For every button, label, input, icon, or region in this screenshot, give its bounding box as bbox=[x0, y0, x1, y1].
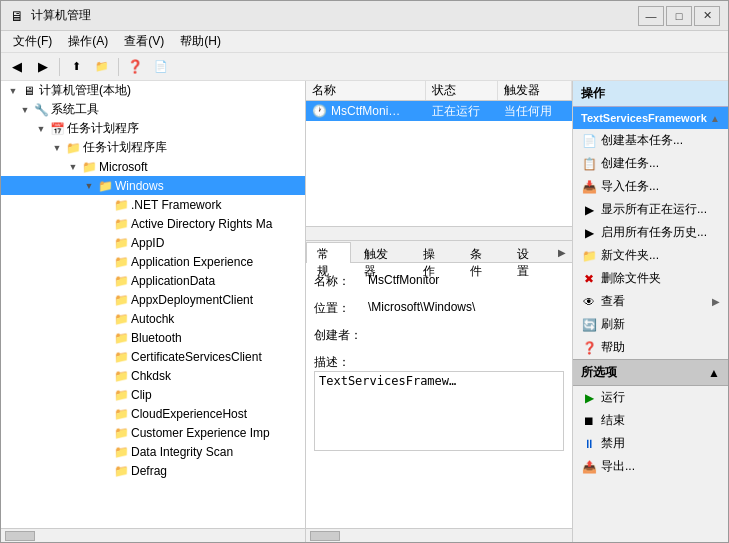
action-view[interactable]: 👁 查看 ▶ bbox=[573, 290, 728, 313]
close-button[interactable]: ✕ bbox=[694, 6, 720, 26]
action-help[interactable]: ❓ 帮助 bbox=[573, 336, 728, 359]
menu-help[interactable]: 帮助(H) bbox=[172, 31, 229, 52]
main-content: ▼ 🖥 计算机管理(本地) ▼ 🔧 系统工具 ▼ 📅 任务计划程序 bbox=[1, 81, 728, 542]
window-controls: — □ ✕ bbox=[638, 6, 720, 26]
tab-conditions[interactable]: 条件 bbox=[459, 242, 504, 263]
action-run[interactable]: ▶ 运行 bbox=[573, 386, 728, 409]
view-arrow: ▶ bbox=[712, 296, 720, 307]
tree-label: AppID bbox=[131, 236, 164, 250]
tree-item-appid[interactable]: 📁 AppID bbox=[1, 233, 305, 252]
tab-triggers[interactable]: 触发器 bbox=[353, 242, 410, 263]
list-h-scrollbar[interactable] bbox=[306, 226, 572, 240]
expand-icon[interactable]: ▼ bbox=[81, 176, 97, 195]
tab-general[interactable]: 常规 bbox=[306, 242, 351, 263]
right-panel: 操作 TextServicesFramework ▲ 📄 创建基本任务... 📋… bbox=[573, 81, 728, 542]
tree-item-bluetooth[interactable]: 📁 Bluetooth bbox=[1, 328, 305, 347]
col-header-status[interactable]: 状态 bbox=[426, 81, 498, 100]
tree-item-datainteg[interactable]: 📁 Data Integrity Scan bbox=[1, 442, 305, 461]
detail-h-scroll-thumb[interactable] bbox=[310, 531, 340, 541]
expand-icon[interactable]: ▼ bbox=[49, 138, 65, 157]
tree-label: ApplicationData bbox=[131, 274, 215, 288]
menu-action[interactable]: 操作(A) bbox=[60, 31, 116, 52]
toolbar-doc[interactable]: 📄 bbox=[149, 56, 173, 78]
tree-item-cloudexp[interactable]: 📁 CloudExperienceHost bbox=[1, 404, 305, 423]
tree-icon: 📁 bbox=[65, 140, 81, 156]
expand-icon[interactable]: ▼ bbox=[33, 119, 49, 138]
list-row[interactable]: 🕐 MsCtfMoni… 正在运行 当任何用 bbox=[306, 101, 572, 121]
action-refresh[interactable]: 🔄 刷新 bbox=[573, 313, 728, 336]
tree-item-microsoft[interactable]: ▼ 📁 Microsoft bbox=[1, 157, 305, 176]
tree-item-appxdeploy[interactable]: 📁 AppxDeploymentClient bbox=[1, 290, 305, 309]
toolbar-forward[interactable]: ▶ bbox=[31, 56, 55, 78]
tree-icon: 📁 bbox=[81, 159, 97, 175]
col-header-trigger[interactable]: 触发器 bbox=[498, 81, 572, 100]
name-value: MsCtfMonitor bbox=[364, 271, 564, 289]
action-item-top[interactable]: TextServicesFramework ▲ bbox=[573, 107, 728, 129]
tree-item-adrights[interactable]: 📁 Active Directory Rights Ma bbox=[1, 214, 305, 233]
tree-icon: 📁 bbox=[113, 368, 129, 384]
tree-item-taskschedlibrary[interactable]: ▼ 📁 任务计划程序库 bbox=[1, 138, 305, 157]
action-export[interactable]: 📤 导出... bbox=[573, 455, 728, 478]
delete-folder-icon: ✖ bbox=[581, 271, 597, 287]
tree-item-chkdsk[interactable]: 📁 Chkdsk bbox=[1, 366, 305, 385]
tree-icon: 📁 bbox=[113, 387, 129, 403]
h-scroll-thumb[interactable] bbox=[5, 531, 35, 541]
action-import-task[interactable]: 📥 导入任务... bbox=[573, 175, 728, 198]
tree-item-appexp[interactable]: 📁 Application Experience bbox=[1, 252, 305, 271]
tree-icon: 📁 bbox=[113, 444, 129, 460]
tree-label: Windows bbox=[115, 179, 164, 193]
tree-label: 系统工具 bbox=[51, 101, 99, 118]
tree-icon: 🔧 bbox=[33, 102, 49, 118]
tree-item-netframework[interactable]: 📁 .NET Framework bbox=[1, 195, 305, 214]
tree-icon: 📁 bbox=[113, 406, 129, 422]
tree-h-scrollbar[interactable] bbox=[1, 528, 305, 542]
minimize-button[interactable]: — bbox=[638, 6, 664, 26]
action-end[interactable]: ⏹ 结束 bbox=[573, 409, 728, 432]
col-header-name[interactable]: 名称 bbox=[306, 81, 426, 100]
tab-actions[interactable]: 操作 bbox=[412, 242, 457, 263]
menu-bar: 文件(F) 操作(A) 查看(V) 帮助(H) bbox=[1, 31, 728, 53]
tab-settings[interactable]: 设置 bbox=[506, 242, 551, 263]
maximize-button[interactable]: □ bbox=[666, 6, 692, 26]
action-show-running[interactable]: ▶ 显示所有正在运行... bbox=[573, 198, 728, 221]
tree-item-appdata[interactable]: 📁 ApplicationData bbox=[1, 271, 305, 290]
menu-view[interactable]: 查看(V) bbox=[116, 31, 172, 52]
tree-item-taskscheduler[interactable]: ▼ 📅 任务计划程序 bbox=[1, 119, 305, 138]
tree-item-systemtools[interactable]: ▼ 🔧 系统工具 bbox=[1, 100, 305, 119]
action-new-folder[interactable]: 📁 新文件夹... bbox=[573, 244, 728, 267]
action-disable[interactable]: ⏸ 禁用 bbox=[573, 432, 728, 455]
detail-h-scrollbar[interactable] bbox=[306, 528, 572, 542]
tree-item-windows[interactable]: ▼ 📁 Windows bbox=[1, 176, 305, 195]
tree-item-certclient[interactable]: 📁 CertificateServicesClient bbox=[1, 347, 305, 366]
expand-icon[interactable]: ▼ bbox=[5, 81, 21, 100]
left-panel: ▼ 🖥 计算机管理(本地) ▼ 🔧 系统工具 ▼ 📅 任务计划程序 bbox=[1, 81, 306, 542]
action-create-task[interactable]: 📋 创建任务... bbox=[573, 152, 728, 175]
expand-icon[interactable]: ▼ bbox=[17, 100, 33, 119]
menu-file[interactable]: 文件(F) bbox=[5, 31, 60, 52]
tree-icon: 📁 bbox=[113, 311, 129, 327]
tree-icon: 📁 bbox=[97, 178, 113, 194]
tree-item-customerexp[interactable]: 📁 Customer Experience Imp bbox=[1, 423, 305, 442]
tree-item-defrag[interactable]: 📁 Defrag bbox=[1, 461, 305, 480]
expand-icon[interactable]: ▼ bbox=[65, 157, 81, 176]
tree-label: Customer Experience Imp bbox=[131, 426, 270, 440]
tree-item-autochk[interactable]: 📁 Autochk bbox=[1, 309, 305, 328]
action-enable-history[interactable]: ▶ 启用所有任务历史... bbox=[573, 221, 728, 244]
run-icon: ▶ bbox=[581, 390, 597, 406]
expand-icon bbox=[97, 328, 113, 347]
task-list-panel: 名称 状态 触发器 🕐 MsCtfMoni… 正在运行 当任何用 bbox=[306, 81, 572, 241]
list-cell-name: 🕐 MsCtfMoni… bbox=[306, 102, 426, 120]
expand-icon bbox=[97, 404, 113, 423]
action-delete-folder[interactable]: ✖ 删除文件夹 bbox=[573, 267, 728, 290]
toolbar-help[interactable]: ❓ bbox=[123, 56, 147, 78]
toolbar-up[interactable]: ⬆ bbox=[64, 56, 88, 78]
desc-textarea[interactable] bbox=[314, 371, 564, 451]
run-label: 运行 bbox=[601, 389, 625, 406]
toolbar-folder[interactable]: 📁 bbox=[90, 56, 114, 78]
tree-item-clip[interactable]: 📁 Clip bbox=[1, 385, 305, 404]
toolbar-back[interactable]: ◀ bbox=[5, 56, 29, 78]
tree-item-root[interactable]: ▼ 🖥 计算机管理(本地) bbox=[1, 81, 305, 100]
action-create-basic[interactable]: 📄 创建基本任务... bbox=[573, 129, 728, 152]
window-title: 计算机管理 bbox=[31, 7, 638, 24]
tab-scroll-arrow[interactable]: ▶ bbox=[553, 241, 572, 263]
